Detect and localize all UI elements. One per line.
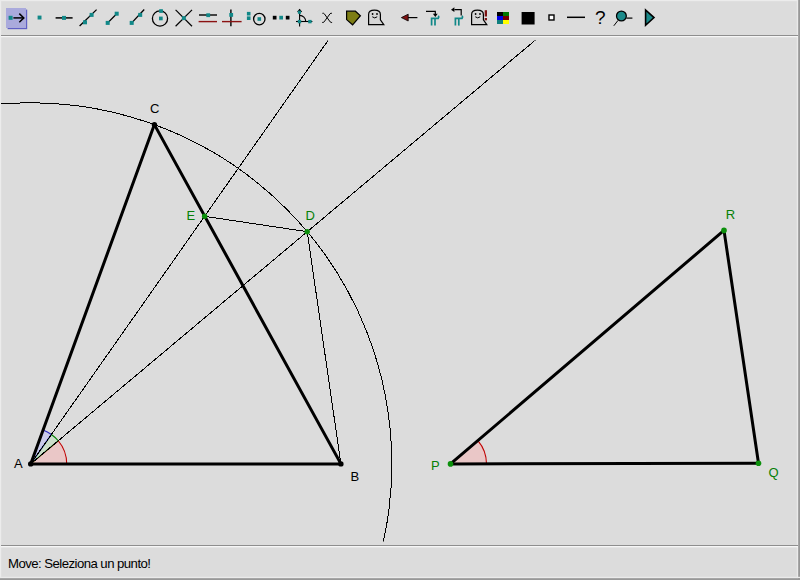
svg-text:R: R — [726, 207, 735, 222]
svg-text:D: D — [306, 208, 315, 223]
svg-text:C: C — [150, 101, 159, 116]
svg-text:?: ? — [595, 7, 606, 28]
svg-text:B: B — [351, 469, 360, 484]
svg-text:Q: Q — [769, 465, 779, 480]
svg-text:Move: Seleziona un punto!: Move: Seleziona un punto! — [8, 556, 150, 571]
svg-text:E: E — [187, 208, 196, 223]
svg-text:A: A — [14, 456, 23, 471]
svg-text:P: P — [431, 458, 440, 473]
